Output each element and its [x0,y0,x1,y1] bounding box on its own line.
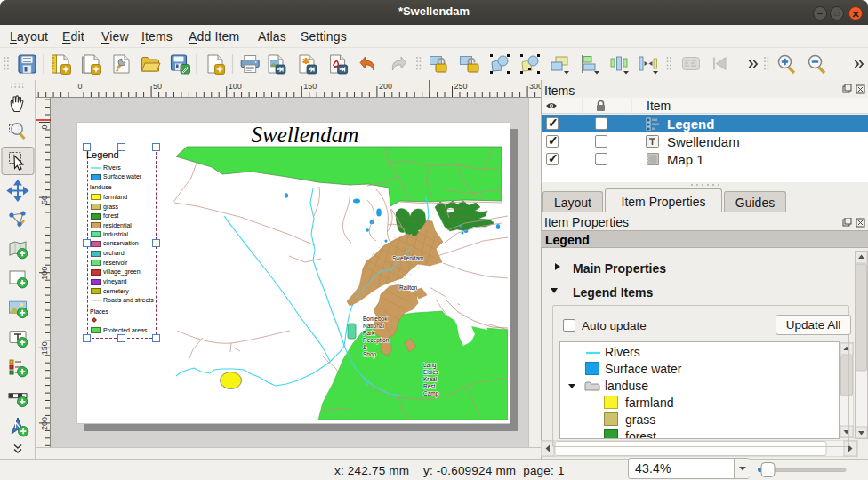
svg-text:50: 50 [40,196,49,204]
svg-text:Camp: Camp [423,390,439,397]
svg-text:&: & [363,344,367,350]
svg-text:Rest: Rest [423,383,436,389]
svg-text:250: 250 [454,82,468,91]
svg-text:50: 50 [153,82,162,91]
svg-text:100: 100 [40,267,49,280]
svg-text:Kraal: Kraal [423,376,438,382]
svg-text:100: 100 [229,82,242,91]
svg-text:0: 0 [78,82,83,91]
svg-text:Elsies: Elsies [423,369,439,375]
svg-text:Railton: Railton [399,284,418,291]
svg-text:300: 300 [529,82,541,91]
svg-text:Reception: Reception [363,337,390,344]
svg-text:Swellendam: Swellendam [392,255,423,261]
svg-text:0: 0 [40,124,49,129]
svg-text:150: 150 [303,82,317,91]
svg-text:Shop: Shop [363,351,377,358]
svg-text:Bontebok: Bontebok [363,316,388,322]
svg-text:150: 150 [40,341,49,355]
svg-text:200: 200 [379,82,392,91]
svg-text:Lang: Lang [423,362,437,369]
svg-text:National: National [363,323,384,329]
svg-text:Park: Park [363,330,375,336]
svg-text:200: 200 [40,417,49,430]
svg-text:Item: Item [647,99,671,113]
